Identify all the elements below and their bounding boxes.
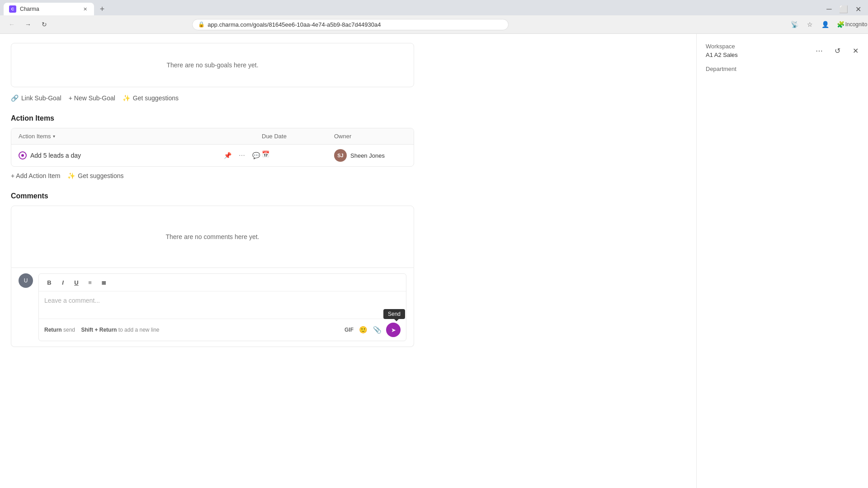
- bold-button[interactable]: B: [43, 277, 55, 288]
- main-layout: There are no sub-goals here yet. 🔗 Link …: [0, 34, 868, 488]
- more-icon[interactable]: ⋯: [237, 151, 247, 160]
- user-avatar: U: [19, 273, 33, 288]
- get-suggestions-action-button[interactable]: ✨ Get suggestions: [67, 172, 123, 179]
- tab-title: Charma: [20, 6, 78, 12]
- link-sub-goal-button[interactable]: 🔗 Link Sub-Goal: [11, 94, 61, 102]
- sub-goals-empty: There are no sub-goals here yet.: [11, 43, 414, 87]
- active-tab[interactable]: C Charma ✕: [4, 3, 94, 15]
- top-right-panel: ⋯ ↺ ✕: [812, 43, 863, 58]
- address-input[interactable]: 🔒 app.charma.com/goals/81645ee6-10aa-4e7…: [192, 19, 509, 30]
- comment-right-tools: GIF 🙂 📎 ➤ Send: [344, 323, 401, 337]
- comment-icon[interactable]: 💬: [250, 151, 262, 160]
- close-panel-button[interactable]: ✕: [848, 43, 863, 58]
- maximize-button[interactable]: ⬜: [837, 3, 850, 15]
- send-icon: ➤: [391, 327, 396, 333]
- send-tooltip: Send: [383, 309, 405, 319]
- url-display: app.charma.com/goals/81645ee6-10aa-4e74-…: [208, 21, 503, 28]
- profile-icon[interactable]: 👤: [819, 18, 832, 31]
- back-button[interactable]: ←: [5, 18, 18, 31]
- col-header-due-date: Due Date: [262, 133, 334, 140]
- comment-editor: B I U ≡ ≣ Leave a comment...: [38, 273, 406, 341]
- comment-footer: Return send Shift + Return to add a new …: [39, 319, 406, 341]
- italic-button[interactable]: I: [57, 277, 69, 288]
- owner-name: Sheen Jones: [350, 152, 385, 159]
- action-items-table: Action Items ▾ Due Date Owner Add 5 lead…: [11, 128, 414, 167]
- get-suggestions-subgoal-button[interactable]: ✨ Get suggestions: [123, 94, 179, 102]
- minimize-button[interactable]: ─: [823, 3, 835, 15]
- history-button[interactable]: ↺: [830, 43, 844, 58]
- add-action-item-button[interactable]: + Add Action Item: [11, 172, 60, 179]
- comments-title: Comments: [11, 192, 414, 200]
- table-row: Add 5 leads a day 📌 ⋯ 💬 📅: [11, 145, 414, 166]
- sub-goal-actions: 🔗 Link Sub-Goal + New Sub-Goal ✨ Get sug…: [11, 94, 414, 102]
- forward-button[interactable]: →: [22, 18, 34, 31]
- bookmark-icon[interactable]: ☆: [804, 18, 816, 31]
- send-button[interactable]: ➤ Send: [386, 323, 401, 337]
- numbered-list-button[interactable]: ≣: [98, 277, 109, 288]
- page-content: There are no sub-goals here yet. 🔗 Link …: [0, 34, 425, 356]
- comment-text-input[interactable]: Leave a comment...: [39, 291, 406, 319]
- col-header-items[interactable]: Action Items ▾: [19, 133, 262, 140]
- browser-chrome: C Charma ✕ + ─ ⬜ ✕ ← → ↻ 🔒 app.charma.co…: [0, 0, 868, 34]
- department-field: Department: [706, 66, 859, 72]
- new-sub-goal-button[interactable]: + New Sub-Goal: [69, 94, 115, 102]
- lock-icon: 🔒: [198, 21, 205, 28]
- tab-bar: C Charma ✕ + ─ ⬜ ✕: [0, 0, 868, 15]
- gif-button[interactable]: GIF: [344, 326, 354, 334]
- comment-hint: Return send Shift + Return to add a new …: [44, 327, 159, 333]
- item-text: Add 5 leads a day: [30, 152, 81, 159]
- pin-icon[interactable]: 📌: [222, 151, 233, 160]
- content-area: There are no sub-goals here yet. 🔗 Link …: [0, 34, 696, 488]
- address-right-icons: 📡 ☆ 👤 🧩 Incognito: [788, 18, 863, 31]
- comments-section: Comments There are no comments here yet.…: [11, 192, 414, 347]
- new-tab-button[interactable]: +: [96, 3, 108, 15]
- department-label: Department: [706, 66, 859, 72]
- calendar-icon[interactable]: 📅: [262, 150, 272, 160]
- incognito-label: Incognito: [850, 18, 863, 31]
- action-items-title: Action Items: [11, 114, 414, 122]
- bullet-list-button[interactable]: ≡: [84, 277, 96, 288]
- favicon: C: [9, 5, 16, 13]
- reload-button[interactable]: ↻: [38, 18, 51, 31]
- item-actions: 📌 ⋯ 💬: [222, 151, 262, 160]
- chevron-down-icon: ▾: [53, 134, 55, 139]
- owner-cell: SJ Sheen Jones: [334, 149, 406, 162]
- comment-input-wrapper: U B I U ≡ ≣ Leave a comment...: [19, 273, 406, 341]
- sparkle-icon-2: ✨: [67, 172, 75, 179]
- action-items-section: Action Items Action Items ▾ Due Date Own…: [11, 114, 414, 179]
- right-sidebar: Workspace A1 A2 Sales Department: [696, 34, 868, 488]
- check-icon[interactable]: [19, 151, 27, 160]
- address-bar-row: ← → ↻ 🔒 app.charma.com/goals/81645ee6-10…: [0, 15, 868, 33]
- cast-icon[interactable]: 📡: [788, 18, 801, 31]
- comments-empty: There are no comments here yet.: [11, 206, 414, 268]
- sparkle-icon: ✨: [123, 94, 130, 102]
- editor-toolbar: B I U ≡ ≣: [39, 274, 406, 291]
- attachment-button[interactable]: 📎: [372, 325, 382, 335]
- avatar: SJ: [334, 149, 347, 162]
- row-item-cell: Add 5 leads a day 📌 ⋯ 💬: [19, 151, 262, 160]
- close-window-button[interactable]: ✕: [852, 3, 864, 15]
- sub-goals-empty-message: There are no sub-goals here yet.: [166, 61, 258, 69]
- add-action-row: + Add Action Item ✨ Get suggestions: [11, 172, 414, 179]
- due-date-cell: 📅: [262, 150, 334, 160]
- col-header-owner: Owner: [334, 133, 406, 140]
- link-icon: 🔗: [11, 94, 19, 102]
- close-tab-button[interactable]: ✕: [81, 5, 89, 13]
- more-options-button[interactable]: ⋯: [812, 43, 826, 58]
- comments-empty-message: There are no comments here yet.: [166, 233, 259, 240]
- emoji-button[interactable]: 🙂: [358, 325, 368, 335]
- comment-input-area: U B I U ≡ ≣ Leave a comment...: [11, 268, 414, 347]
- table-header: Action Items ▾ Due Date Owner: [11, 128, 414, 145]
- underline-button[interactable]: U: [71, 277, 82, 288]
